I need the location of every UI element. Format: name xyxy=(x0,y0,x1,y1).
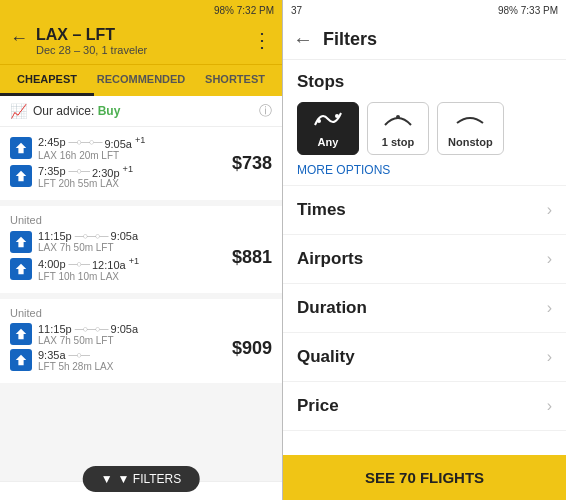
airports-label: Airports xyxy=(297,249,363,269)
advice-trend-icon: 📈 xyxy=(10,103,27,119)
arrive-time: 12:10a +1 xyxy=(92,256,139,271)
flight-times-3a: 11:15p —○—○— 9:05a LAX 7h 50m LFT xyxy=(38,323,232,346)
duration-3a: LAX 7h 50m LFT xyxy=(38,335,232,346)
stop-dots: —○— xyxy=(69,259,89,269)
airports-chevron-icon: › xyxy=(547,250,552,268)
duration-label: Duration xyxy=(297,298,367,318)
stops-section: Stops Any 1 s xyxy=(283,60,566,186)
flight-times-1b: 7:35p —○— 2:30p +1 LFT 20h 55m LAX xyxy=(38,164,232,190)
airline-icon-2b xyxy=(10,258,32,280)
flight-times-2b: 4:00p —○— 12:10a +1 LFT 10h 10m LAX xyxy=(38,256,232,282)
flight-group-2: United 11:15p —○—○— 9:05a L xyxy=(0,206,282,293)
arrive-time: 9:05a xyxy=(111,230,139,242)
flight-price-2: $881 xyxy=(232,247,272,268)
duration-chevron-icon: › xyxy=(547,299,552,317)
depart-time: 11:15p xyxy=(38,323,72,335)
back-button-right[interactable]: ← xyxy=(293,28,313,51)
duration-3b: LFT 5h 28m LAX xyxy=(38,361,232,372)
flight-group-row-1: 2:45p —○—○— 9:05a +1 LAX 16h 20m LFT xyxy=(10,135,272,192)
flight-info-2: 11:15p —○—○— 9:05a LAX 7h 50m LFT xyxy=(10,230,232,285)
tabs-bar: CHEAPEST RECOMMENDED SHORTEST xyxy=(0,64,282,96)
price-section[interactable]: Price › xyxy=(283,382,566,431)
filters-button[interactable]: ▼ ▼ FILTERS xyxy=(83,466,200,492)
bottom-spacer xyxy=(283,431,566,455)
flight-leg-3b: 9:35a —○— LFT 5h 28m LAX xyxy=(10,349,232,372)
depart-time: 7:35p xyxy=(38,165,66,177)
filters-title: Filters xyxy=(323,29,377,50)
stop-dots: —○— xyxy=(69,350,89,360)
duration-1a: LAX 16h 20m LFT xyxy=(38,150,232,161)
advice-bar: 📈 Our advice: Buy ⓘ xyxy=(0,96,282,127)
status-bar-left: 98% 7:32 PM xyxy=(0,0,282,20)
quality-section[interactable]: Quality › xyxy=(283,333,566,382)
flight-leg-1a: 2:45p —○—○— 9:05a +1 LAX 16h 20m LFT xyxy=(10,135,232,161)
flight-group-row-2: 11:15p —○—○— 9:05a LAX 7h 50m LFT xyxy=(10,230,272,285)
depart-time: 9:35a xyxy=(38,349,66,361)
flight-price-1: $738 xyxy=(232,153,272,174)
airline-icon-1a xyxy=(10,137,32,159)
price-chevron-icon: › xyxy=(547,397,552,415)
nonstop-icon xyxy=(448,109,493,134)
stop-option-1stop[interactable]: 1 stop xyxy=(367,102,429,155)
airline-icon-1b xyxy=(10,165,32,187)
nonstop-label: Nonstop xyxy=(448,136,493,148)
right-panel: 37 98% 7:33 PM ← Filters Stops Any xyxy=(283,0,566,500)
tab-shortest[interactable]: SHORTEST xyxy=(188,65,282,96)
stops-label: Stops xyxy=(297,72,552,92)
arrive-time: 2:30p +1 xyxy=(92,164,133,179)
header-title-area: LAX – LFT Dec 28 – 30, 1 traveler xyxy=(36,26,252,56)
one-stop-label: 1 stop xyxy=(378,136,418,148)
times-label: Times xyxy=(297,200,346,220)
duration-2b: LFT 10h 10m LAX xyxy=(38,271,232,282)
airports-section[interactable]: Airports › xyxy=(283,235,566,284)
flight-group-1: 2:45p —○—○— 9:05a +1 LAX 16h 20m LFT xyxy=(0,127,282,200)
trip-dates: Dec 28 – 30, 1 traveler xyxy=(36,44,252,56)
times-chevron-icon: › xyxy=(547,201,552,219)
any-stop-icon xyxy=(308,109,348,134)
flight-leg-2b: 4:00p —○— 12:10a +1 LFT 10h 10m LAX xyxy=(10,256,232,282)
stop-dots: —○—○— xyxy=(75,324,108,334)
header-right: ← Filters xyxy=(283,20,566,60)
status-bar-right: 37 98% 7:33 PM xyxy=(283,0,566,20)
see-flights-button[interactable]: SEE 70 FLIGHTS xyxy=(283,455,566,500)
tab-recommended[interactable]: RECOMMENDED xyxy=(94,65,188,96)
tab-cheapest[interactable]: CHEAPEST xyxy=(0,65,94,96)
quality-label: Quality xyxy=(297,347,355,367)
one-stop-icon xyxy=(378,109,418,134)
left-panel: 98% 7:32 PM ← LAX – LFT Dec 28 – 30, 1 t… xyxy=(0,0,283,500)
svg-point-0 xyxy=(317,119,321,123)
price-label: Price xyxy=(297,396,339,416)
arrive-time: 9:05a +1 xyxy=(104,135,145,150)
route-title: LAX – LFT xyxy=(36,26,252,44)
more-options-link[interactable]: MORE OPTIONS xyxy=(297,163,552,177)
depart-time: 2:45p xyxy=(38,136,66,148)
airline-icon-2a xyxy=(10,231,32,253)
airline-label-2: United xyxy=(10,214,272,226)
stops-options: Any 1 stop Nonstop xyxy=(297,102,552,155)
advice-info-icon[interactable]: ⓘ xyxy=(259,102,272,120)
flight-leg-3a: 11:15p —○—○— 9:05a LAX 7h 50m LFT xyxy=(10,323,232,346)
more-options-icon[interactable]: ⋮ xyxy=(252,28,272,52)
airline-label-3: United xyxy=(10,307,272,319)
flights-list: 2:45p —○—○— 9:05a +1 LAX 16h 20m LFT xyxy=(0,127,282,481)
stop-option-any[interactable]: Any xyxy=(297,102,359,155)
stop-dots: —○—○— xyxy=(69,137,102,147)
airline-icon-3b xyxy=(10,349,32,371)
flight-times-2a: 11:15p —○—○— 9:05a LAX 7h 50m LFT xyxy=(38,230,232,253)
advice-highlight: Buy xyxy=(98,104,121,118)
stop-option-nonstop[interactable]: Nonstop xyxy=(437,102,504,155)
header-left: ← LAX – LFT Dec 28 – 30, 1 traveler ⋮ xyxy=(0,20,282,64)
quality-chevron-icon: › xyxy=(547,348,552,366)
duration-1b: LFT 20h 55m LAX xyxy=(38,178,232,189)
stop-dots: —○— xyxy=(69,166,89,176)
times-section[interactable]: Times › xyxy=(283,186,566,235)
duration-section[interactable]: Duration › xyxy=(283,284,566,333)
flight-price-3: $909 xyxy=(232,338,272,359)
airline-icon-3a xyxy=(10,323,32,345)
back-button-left[interactable]: ← xyxy=(10,28,28,49)
flight-leg-1b: 7:35p —○— 2:30p +1 LFT 20h 55m LAX xyxy=(10,164,232,190)
svg-point-1 xyxy=(335,114,339,118)
depart-time: 4:00p xyxy=(38,258,66,270)
flight-group-row-3: 11:15p —○—○— 9:05a LAX 7h 50m LFT xyxy=(10,323,272,375)
flight-times-3b: 9:35a —○— LFT 5h 28m LAX xyxy=(38,349,232,372)
